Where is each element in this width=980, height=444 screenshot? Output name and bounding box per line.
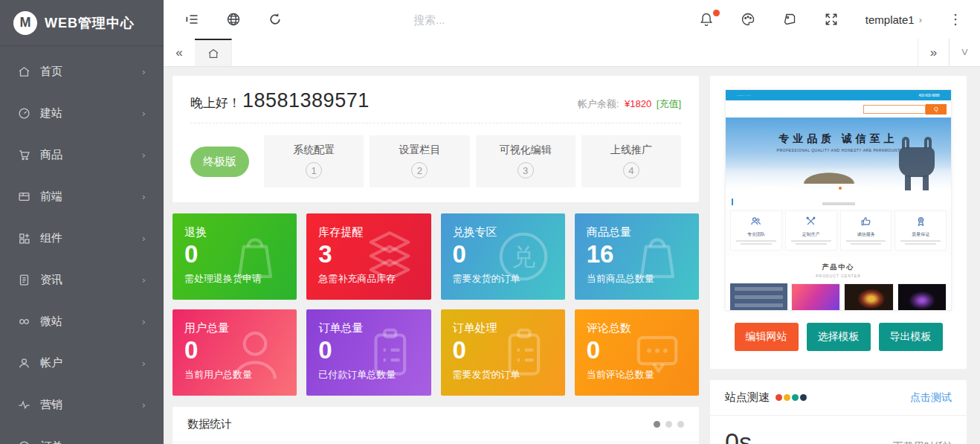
link-icon <box>18 315 30 328</box>
site-preview[interactable]: ······ · ···· 400-600-8888 Q 专业品质 诚信至上 <box>725 89 952 311</box>
template-name: template1 <box>865 13 915 26</box>
tabs-scroll-right-icon[interactable]: » <box>918 39 949 66</box>
bag-icon <box>626 225 689 288</box>
step-number: 3 <box>518 162 534 178</box>
exchange-icon: 兑 <box>492 225 555 288</box>
preview-category-menu <box>730 283 787 311</box>
step-visual-edit[interactable]: 可视化编辑 3 <box>476 135 576 187</box>
sidebar-item-news[interactable]: 资讯 › <box>0 259 164 300</box>
window-icon <box>18 190 30 203</box>
palette-icon[interactable] <box>741 12 755 27</box>
stat-card-exchange-zone[interactable]: 兑换专区 0 需要发货的订单 兑 <box>441 213 565 300</box>
sidebar-collapse-icon[interactable] <box>184 12 199 27</box>
stat-card-total-products[interactable]: 商品总量 16 当前商品总数量 <box>575 213 699 300</box>
tab-home[interactable] <box>195 39 232 66</box>
document-icon <box>18 274 30 286</box>
template-selector[interactable]: template1 › <box>865 13 922 26</box>
preview-nav-row <box>726 194 951 209</box>
sidebar-item-home[interactable]: 首页 › <box>0 51 164 92</box>
stat-card-total-orders[interactable]: 订单总量 0 已付款订单总数量 <box>306 309 431 396</box>
carousel-dot[interactable] <box>677 421 684 428</box>
speed-dot <box>800 394 807 401</box>
recharge-link[interactable]: [充值] <box>657 98 681 109</box>
sidebar-item-label: 资讯 <box>40 273 62 287</box>
sidebar-item-components[interactable]: 组件 › <box>0 217 164 259</box>
pulse-icon <box>18 399 30 411</box>
cart-icon <box>18 149 30 161</box>
speed-dot <box>776 394 782 401</box>
sidebar-item-products[interactable]: 商品 › <box>0 134 164 176</box>
tabs-dropdown-icon[interactable]: ˅ <box>949 39 980 66</box>
version-badge[interactable]: 终极版 <box>190 147 249 177</box>
bell-icon[interactable] <box>699 12 714 27</box>
carousel-dot[interactable] <box>665 421 672 428</box>
sidebar-item-orders[interactable]: 订单 › <box>0 425 164 444</box>
svg-text:兑: 兑 <box>512 243 535 270</box>
sidebar-item-marketing[interactable]: 营销 › <box>0 384 164 425</box>
edit-site-button[interactable]: 编辑网站 <box>735 323 799 351</box>
balance-value: ¥1820 <box>625 98 651 109</box>
chevron-right-icon: › <box>142 399 146 411</box>
preview-search-button: Q <box>926 104 947 115</box>
data-stats-card: 数据统计 订单成交量 <box>173 407 699 444</box>
preview-feature-production: 定制生产 <box>785 210 837 251</box>
preview-hero-banner: 专业品质 诚信至上 PROFESSIONAL QUALITY AND HONES… <box>726 118 951 194</box>
choose-template-button[interactable]: 选择模板 <box>807 323 871 351</box>
thumb-icon <box>860 216 871 227</box>
carousel-dot[interactable] <box>654 421 660 428</box>
stat-card-returns[interactable]: 退换 0 需处理退换货申请 <box>173 213 297 300</box>
chevron-right-icon: › <box>919 14 922 25</box>
tabs-scroll-left-icon[interactable]: « <box>164 39 195 66</box>
user-icon <box>18 357 30 370</box>
tag-icon[interactable] <box>782 12 797 27</box>
sidebar-item-account[interactable]: 帐户 › <box>0 342 164 384</box>
layers-icon <box>358 225 421 288</box>
sidebar-item-site-builder[interactable]: 建站 › <box>0 92 164 134</box>
run-speed-test-link[interactable]: 点击测试 <box>910 391 952 405</box>
export-template-button[interactable]: 导出模板 <box>879 323 943 351</box>
preview-search-row: Q <box>726 100 951 118</box>
more-menu-icon[interactable]: ⋮ <box>949 13 962 26</box>
comment-icon <box>626 321 689 384</box>
step-system-config[interactable]: 系统配置 1 <box>264 135 364 187</box>
medal-icon <box>915 216 926 227</box>
stat-card-total-comments[interactable]: 评论总数 0 当前评论总数量 <box>575 309 699 396</box>
sidebar-item-label: 订单 <box>40 440 62 444</box>
components-icon <box>18 232 30 245</box>
sidebar-item-microsite[interactable]: 微站 › <box>0 300 164 342</box>
preview-phone: 400-600-8888 <box>918 93 939 97</box>
preview-product-image <box>844 283 894 311</box>
preview-welcome-text: ······ · ···· <box>737 93 751 97</box>
globe-icon[interactable] <box>226 12 241 27</box>
sidebar: M WEB管理中心 首页 › 建站 › 商品 › 前端 › <box>0 0 164 444</box>
home-icon <box>207 48 219 59</box>
clipboard-icon <box>358 321 421 384</box>
speed-dot <box>792 394 799 401</box>
stat-card-total-users[interactable]: 用户总量 0 当前用户总数量 <box>173 309 297 396</box>
sidebar-item-frontend[interactable]: 前端 › <box>0 176 164 217</box>
step-go-live[interactable]: 上线推广 4 <box>581 135 681 187</box>
sidebar-item-label: 微站 <box>40 315 62 329</box>
template-card: ······ · ···· 400-600-8888 Q 专业品质 诚信至上 <box>710 76 967 369</box>
refresh-icon[interactable] <box>268 12 283 27</box>
preview-feature-team: 专业团队 <box>730 210 782 251</box>
user-icon <box>224 321 286 384</box>
main-content: 晚上好！ 18581389571 帐户余额: ¥1820 [充值] 终极版 系统… <box>164 67 980 444</box>
carousel-dots <box>654 421 684 428</box>
logo-m-icon: M <box>13 11 37 35</box>
chevron-right-icon: › <box>142 66 146 77</box>
download-time-value: 0s <box>725 428 752 444</box>
stat-card-stock-alert[interactable]: 库存提醒 3 急需补充商品库存 <box>306 213 431 300</box>
greeting-text: 晚上好！ <box>190 94 241 112</box>
search-input[interactable] <box>413 13 636 26</box>
app-logo[interactable]: M WEB管理中心 <box>0 0 164 46</box>
preview-products-row <box>726 278 951 311</box>
team-icon <box>750 216 761 227</box>
step-number: 4 <box>623 162 639 178</box>
notification-badge <box>713 10 720 16</box>
fullscreen-icon[interactable] <box>824 12 839 27</box>
step-setup-columns[interactable]: 设置栏目 2 <box>370 135 469 187</box>
welcome-card: 晚上好！ 18581389571 帐户余额: ¥1820 [充值] 终极版 系统… <box>173 76 699 202</box>
stat-card-order-processing[interactable]: 订单处理 0 需要发货的订单 <box>441 309 565 396</box>
top-bar: template1 › ⋮ <box>164 0 980 39</box>
